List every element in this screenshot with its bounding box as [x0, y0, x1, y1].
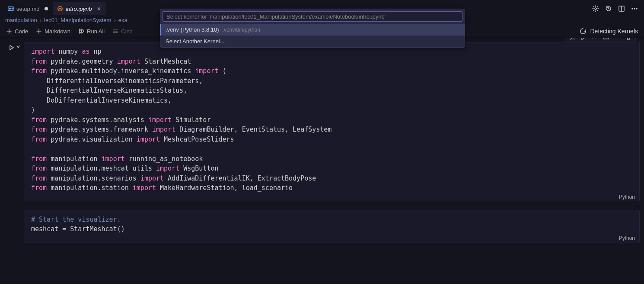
more-icon[interactable]: [614, 38, 621, 41]
cell-body[interactable]: # Start the visualizer. meshcat = StartM…: [24, 210, 640, 242]
execute-cell-icon[interactable]: [580, 38, 587, 41]
chevron-right-icon: ›: [40, 17, 41, 23]
delete-cell-icon[interactable]: [625, 38, 632, 41]
kernel-picker: .venv (Python 3.8.10) .venv/bin/python S…: [160, 9, 465, 48]
kernel-status-label: Detecting Kernels: [590, 28, 638, 35]
kernel-option-label: Select Another Kernel...: [166, 38, 225, 45]
svg-rect-8: [603, 38, 609, 39]
add-code-button[interactable]: Code: [6, 28, 28, 35]
close-icon[interactable]: ×: [97, 6, 100, 12]
tab-label: setup.md: [16, 6, 39, 12]
kernel-picker-input[interactable]: [163, 11, 462, 22]
chevron-down-icon[interactable]: [16, 45, 20, 49]
kernel-option-sublabel: .venv/bin/python: [223, 27, 260, 33]
kernel-option-label: .venv (Python 3.8.10): [166, 26, 219, 33]
tab-intro-ipynb[interactable]: intro.ipynb ×: [53, 2, 105, 15]
toolbar-label: Run All: [87, 28, 105, 35]
svg-point-5: [632, 8, 633, 9]
markdown-icon: [8, 6, 14, 12]
chevron-right-icon: ›: [114, 17, 115, 23]
run-all-button[interactable]: Run All: [78, 28, 105, 35]
kernel-option-another[interactable]: Select Another Kernel...: [160, 36, 465, 47]
kernel-status[interactable]: Detecting Kernels: [580, 28, 638, 35]
svg-point-2: [595, 8, 596, 10]
cell-lang-label[interactable]: Python: [619, 235, 635, 241]
split-cell-icon[interactable]: [603, 38, 609, 41]
plus-icon: [6, 28, 12, 34]
more-icon[interactable]: [631, 5, 638, 12]
svg-point-7: [636, 8, 637, 9]
kernel-option-venv[interactable]: .venv (Python 3.8.10) .venv/bin/python: [160, 24, 465, 36]
breadcrumb-segment[interactable]: exa: [118, 17, 128, 23]
run-all-icon: [78, 28, 84, 34]
history-icon[interactable]: [605, 5, 612, 12]
tab-setup-md[interactable]: setup.md: [3, 2, 53, 15]
cell-gutter: [4, 42, 24, 201]
toolbar-label: Markdown: [45, 28, 70, 35]
run-by-line-icon[interactable]: [569, 38, 576, 41]
cell-lang-label[interactable]: Python: [619, 194, 635, 200]
execute-below-icon[interactable]: [591, 38, 598, 41]
spinner-icon: [580, 28, 587, 35]
code-cell: import numpy as np from pydrake.geometry…: [4, 42, 640, 201]
toolbar-label: Clea: [121, 28, 133, 35]
notebook-body: import numpy as np from pydrake.geometry…: [0, 38, 644, 284]
add-markdown-button[interactable]: Markdown: [36, 28, 70, 35]
clear-icon: [112, 28, 118, 34]
gear-icon[interactable]: [592, 5, 599, 12]
cell-toolbar: [565, 38, 636, 42]
jupyter-icon: [57, 6, 63, 12]
run-cell-icon[interactable]: [8, 45, 14, 51]
plus-icon: [36, 28, 42, 34]
code-content[interactable]: import numpy as np from pydrake.geometry…: [31, 47, 632, 199]
clear-outputs-button[interactable]: Clea: [112, 28, 133, 35]
svg-point-6: [634, 8, 635, 9]
code-cell: # Start the visualizer. meshcat = StartM…: [4, 210, 640, 242]
tab-label: intro.ipynb: [66, 6, 92, 12]
dirty-indicator-icon: [45, 7, 48, 10]
breadcrumb-segment[interactable]: lec01_ManipulationSystem: [44, 17, 111, 23]
breadcrumb-segment[interactable]: manipulation: [5, 17, 37, 23]
split-editor-icon[interactable]: [618, 5, 625, 12]
cell-body[interactable]: import numpy as np from pydrake.geometry…: [24, 42, 640, 201]
cell-gutter: [4, 210, 24, 242]
code-content[interactable]: # Start the visualizer. meshcat = StartM…: [31, 215, 632, 240]
tab-actions: [592, 5, 644, 12]
toolbar-label: Code: [15, 28, 28, 35]
